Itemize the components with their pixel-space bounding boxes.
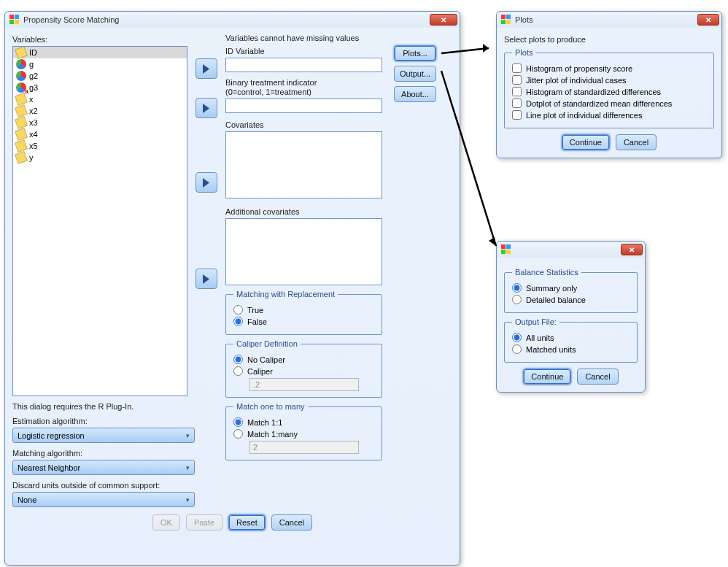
match-alg-select[interactable]: Nearest Neighbor — [12, 460, 195, 475]
variable-item-g2[interactable]: g2 — [13, 70, 187, 82]
plots-cancel-button[interactable]: Cancel — [616, 134, 657, 150]
variable-name: x4 — [29, 130, 38, 139]
variable-item-ID[interactable]: ID — [13, 47, 187, 58]
plot-option-4[interactable]: Line plot of individual differences — [512, 110, 706, 120]
main-title: Propensity Score Matching — [23, 15, 119, 24]
variable-name: x5 — [29, 142, 38, 150]
replacement-fieldset: Matching with Replacement True False — [225, 290, 382, 335]
nominal-string-icon — [16, 82, 26, 93]
variable-name: ID — [29, 48, 37, 57]
variable-name: g3 — [29, 83, 38, 92]
detailed-balance-radio[interactable]: Detailed balance — [512, 295, 630, 304]
about-button[interactable]: About... — [394, 86, 436, 102]
svg-marker-3 — [489, 237, 496, 246]
ok-button: OK — [152, 514, 180, 531]
ratio-one-radio[interactable]: Match 1:1 — [233, 417, 374, 427]
plots-titlebar[interactable]: Plots ✕ — [497, 12, 721, 28]
ratio-value-field — [249, 441, 359, 454]
all-units-radio[interactable]: All units — [512, 333, 630, 342]
move-addl-cov-button[interactable] — [195, 269, 217, 289]
id-var-field[interactable] — [225, 58, 382, 72]
scale-icon — [15, 151, 28, 164]
ratio-many-radio[interactable]: Match 1:many — [233, 429, 374, 439]
scale-icon — [15, 139, 28, 153]
variable-item-x2[interactable]: x2 — [13, 105, 187, 117]
move-covariates-button[interactable] — [195, 172, 217, 193]
close-icon[interactable]: ✕ — [430, 14, 457, 26]
scale-icon — [15, 46, 28, 59]
discard-select[interactable]: None — [12, 492, 195, 507]
app-logo-icon — [501, 244, 511, 255]
output-dialog: ✕ Balance Statistics Summary only Detail… — [496, 241, 646, 393]
plugin-note: This dialog requires the R Plug-In. — [12, 402, 187, 411]
plot-option-label: Histogram of propensity score — [526, 64, 632, 73]
app-logo-icon — [501, 15, 511, 25]
variable-item-x3[interactable]: x3 — [13, 117, 187, 128]
replace-true-radio[interactable]: True — [233, 305, 374, 315]
caliper-radio[interactable]: Caliper — [233, 366, 374, 376]
output-file-fieldset: Output File: All units Matched units — [504, 317, 638, 363]
plots-continue-button[interactable]: Continue — [562, 134, 610, 150]
treatment-label-2: (0=control, 1=treatment) — [225, 88, 390, 96]
variable-item-y[interactable]: y — [13, 152, 187, 163]
variable-item-g[interactable]: g — [13, 58, 187, 70]
addl-cov-field[interactable] — [225, 218, 382, 285]
plot-option-2[interactable]: Histogram of standardized differences — [512, 87, 706, 96]
summary-only-radio[interactable]: Summary only — [512, 283, 630, 293]
plots-instruction: Select plots to produce — [504, 35, 714, 44]
caliper-value-field — [249, 378, 359, 391]
plots-button[interactable]: Plots... — [394, 45, 436, 61]
est-alg-select[interactable]: Logistic regression — [12, 428, 195, 443]
svg-marker-1 — [483, 44, 489, 53]
app-logo-icon — [9, 15, 20, 25]
ratio-legend: Match one to many — [233, 402, 308, 411]
plot-option-label: Line plot of individual differences — [526, 111, 642, 120]
plot-option-label: Dotplot of standardized mean differences — [526, 99, 672, 108]
replace-false-radio[interactable]: False — [233, 317, 374, 326]
treatment-label-1: Binary treatment indicator — [225, 78, 390, 87]
treatment-field[interactable] — [225, 99, 382, 113]
variable-item-g3[interactable]: g3 — [13, 82, 187, 93]
plots-dialog: Plots ✕ Select plots to produce Plots Hi… — [496, 11, 722, 158]
variable-name: g — [29, 60, 34, 69]
output-cancel-button[interactable]: Cancel — [577, 369, 618, 385]
plot-option-0[interactable]: Histogram of propensity score — [512, 63, 706, 73]
move-treatment-button[interactable] — [195, 98, 217, 118]
no-caliper-radio[interactable]: No Caliper — [233, 355, 374, 364]
ratio-fieldset: Match one to many Match 1:1 Match 1:many — [225, 402, 382, 460]
variable-name: x3 — [29, 118, 38, 127]
plot-option-3[interactable]: Dotplot of standardized mean differences — [512, 99, 706, 108]
plot-option-label: Jitter plot of individual cases — [526, 76, 627, 85]
scale-icon — [15, 128, 28, 141]
variable-item-x5[interactable]: x5 — [13, 140, 187, 152]
main-dialog: Propensity Score Matching ✕ Variables: I… — [4, 11, 460, 566]
variable-name: g2 — [29, 72, 38, 80]
plots-legend: Plots — [512, 48, 535, 57]
variable-name: y — [29, 153, 34, 162]
covariates-field[interactable] — [225, 131, 382, 198]
plots-fieldset: Plots Histogram of propensity scoreJitte… — [504, 48, 714, 128]
reset-button[interactable]: Reset — [228, 514, 266, 531]
output-titlebar[interactable]: ✕ — [497, 242, 645, 258]
cancel-button[interactable]: Cancel — [271, 514, 312, 531]
output-continue-button[interactable]: Continue — [523, 369, 571, 385]
variable-name: x — [29, 95, 34, 104]
variables-label: Variables: — [12, 35, 187, 44]
output-button[interactable]: Output... — [394, 66, 436, 82]
matched-units-radio[interactable]: Matched units — [512, 344, 630, 354]
replacement-legend: Matching with Replacement — [233, 290, 338, 298]
close-icon[interactable]: ✕ — [697, 14, 719, 26]
close-icon[interactable]: ✕ — [621, 244, 643, 255]
est-alg-label: Estimation algorithm: — [12, 417, 187, 425]
plots-title: Plots — [515, 15, 533, 24]
paste-button: Paste — [186, 514, 222, 531]
plot-option-1[interactable]: Jitter plot of individual cases — [512, 75, 706, 85]
variable-item-x[interactable]: x — [13, 93, 187, 105]
missing-note: Variables cannot have missing values — [225, 34, 390, 42]
main-titlebar[interactable]: Propensity Score Matching ✕ — [5, 12, 460, 28]
covariates-label: Covariates — [225, 120, 390, 129]
move-id-button[interactable] — [195, 58, 217, 79]
discard-label: Discard units outside of common support: — [12, 481, 187, 490]
variable-item-x4[interactable]: x4 — [13, 128, 187, 140]
variables-listbox[interactable]: IDgg2g3xx2x3x4x5y — [12, 46, 187, 396]
